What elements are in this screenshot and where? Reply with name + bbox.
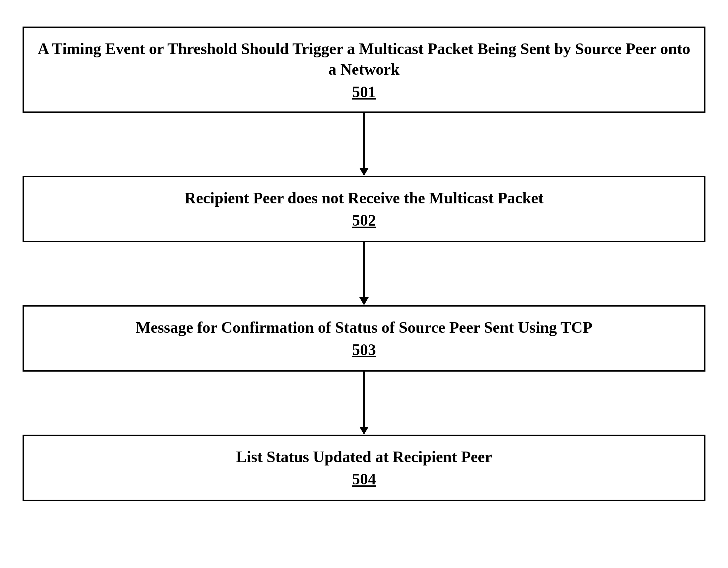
step-number: 501 [37, 83, 691, 101]
step-number: 502 [37, 211, 691, 229]
step-text: A Timing Event or Threshold Should Trigg… [37, 38, 691, 80]
step-text: Recipient Peer does not Receive the Mult… [37, 188, 691, 208]
flowchart-step-503: Message for Confirmation of Status of So… [23, 305, 705, 372]
step-text: Message for Confirmation of Status of So… [37, 317, 691, 338]
flowchart-step-502: Recipient Peer does not Receive the Mult… [23, 176, 705, 242]
arrow-down-icon [359, 242, 369, 305]
arrow-down-icon [359, 372, 369, 435]
arrow-down-icon [359, 113, 369, 176]
flowchart-step-504: List Status Updated at Recipient Peer 50… [23, 435, 705, 501]
flowchart-step-501: A Timing Event or Threshold Should Trigg… [23, 27, 705, 113]
flowchart-container: A Timing Event or Threshold Should Trigg… [23, 27, 705, 501]
step-number: 504 [37, 470, 691, 488]
step-number: 503 [37, 341, 691, 359]
step-text: List Status Updated at Recipient Peer [37, 447, 691, 467]
